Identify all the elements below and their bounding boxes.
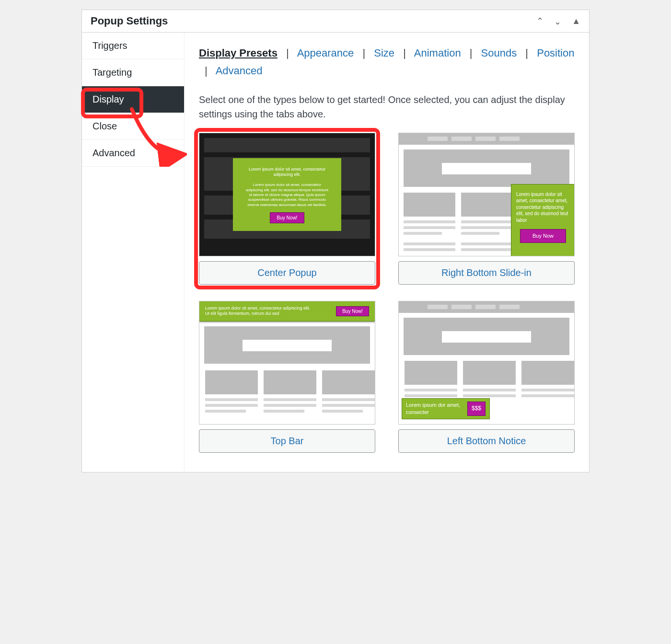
popup-mock: Lorem ipsum dolor sit amet, consectetur … [199, 301, 375, 322]
popup-line2: Ut elit ligula fermentum, rutrum dui sed [205, 311, 310, 317]
sidebar-item-display[interactable]: Display [82, 86, 184, 113]
intro-text: Select one of the types below to get sta… [199, 92, 575, 121]
display-tabs: Display Presets | Appearance | Size | An… [199, 44, 575, 80]
sidebar-item-triggers[interactable]: Triggers [82, 33, 184, 59]
panel-header: Popup Settings ⌃ ⌃ ▲ [82, 10, 589, 33]
sidebar-item-advanced[interactable]: Advanced [82, 140, 184, 167]
panel-controls: ⌃ ⌃ ▲ [536, 16, 580, 26]
tab-animation[interactable]: Animation [414, 47, 461, 59]
sidebar-item-label: Display [93, 94, 124, 104]
tab-sounds[interactable]: Sounds [481, 47, 517, 59]
settings-content: Display Presets | Appearance | Size | An… [185, 33, 589, 472]
sidebar-item-label: Triggers [93, 40, 127, 51]
preset-label[interactable]: Right Bottom Slide-in [398, 261, 575, 285]
panel-title: Popup Settings [91, 15, 168, 27]
preset-thumb: Lorem ipsum dor amet, consecter $$$ [398, 301, 575, 425]
tab-display-presets[interactable]: Display Presets [199, 47, 278, 59]
settings-sidebar: Triggers Targeting Display Close Advance… [82, 33, 185, 472]
popup-cta-button: Buy Now! [336, 306, 369, 316]
popup-heading: Lorem ipsum dolor sit amet, consectetur … [244, 167, 330, 178]
popup-settings-panel: Popup Settings ⌃ ⌃ ▲ Triggers Targeting … [81, 10, 590, 472]
preset-label[interactable]: Center Popup [199, 261, 375, 285]
presets-grid: Lorem ipsum dolor sit amet, consectetur … [199, 133, 575, 453]
preset-thumb: Lorem ipsum dolor sit amet, consectetur … [199, 301, 375, 425]
preset-center-popup[interactable]: Lorem ipsum dolor sit amet, consectetur … [199, 133, 375, 285]
popup-mock: Lorem ipsum dor amet, consecter $$$ [402, 398, 490, 419]
preset-thumb: Lorem ipsum dolor sit amet, consectetur … [398, 133, 575, 256]
sidebar-item-close[interactable]: Close [82, 113, 184, 140]
sidebar-item-targeting[interactable]: Targeting [82, 59, 184, 86]
preset-top-bar[interactable]: Lorem ipsum dolor sit amet, consectetur … [199, 301, 375, 453]
preset-right-bottom-slidein[interactable]: Lorem ipsum dolor sit amet, consectetur … [398, 133, 575, 285]
tab-appearance[interactable]: Appearance [297, 47, 354, 59]
popup-mock: Lorem ipsum dolor sit amet, consectetur … [233, 158, 341, 231]
popup-body: Lorem ipsum dolor sit amet, consectetur … [244, 183, 330, 207]
tab-position[interactable]: Position [537, 47, 574, 59]
preset-left-bottom-notice[interactable]: Lorem ipsum dor amet, consecter $$$ Left… [398, 301, 575, 453]
chevron-up-icon[interactable]: ⌃ [536, 16, 544, 26]
popup-body: Lorem ipsum dolor sit amet, consectetur … [516, 191, 570, 224]
collapse-icon[interactable]: ▲ [572, 16, 580, 26]
chevron-down-icon[interactable]: ⌃ [554, 16, 561, 26]
preset-thumb: Lorem ipsum dolor sit amet, consectetur … [199, 133, 375, 256]
sidebar-item-label: Targeting [93, 67, 132, 78]
popup-badge: $$$ [467, 402, 486, 416]
preset-label[interactable]: Top Bar [199, 429, 375, 453]
popup-mock: Lorem ipsum dolor sit amet, consectetur … [511, 184, 575, 256]
popup-line1: Lorem ipsum dolor sit amet, consectetur … [205, 306, 310, 311]
sidebar-item-label: Advanced [93, 148, 135, 158]
popup-body: Lorem ipsum dor amet, consecter [406, 402, 463, 415]
tab-advanced[interactable]: Advanced [216, 65, 263, 77]
popup-cta-button: Buy Now [520, 229, 566, 243]
tab-size[interactable]: Size [374, 47, 394, 59]
sidebar-item-label: Close [93, 121, 117, 131]
popup-cta-button: Buy Now! [270, 212, 305, 223]
preset-label[interactable]: Left Bottom Notice [398, 429, 575, 453]
